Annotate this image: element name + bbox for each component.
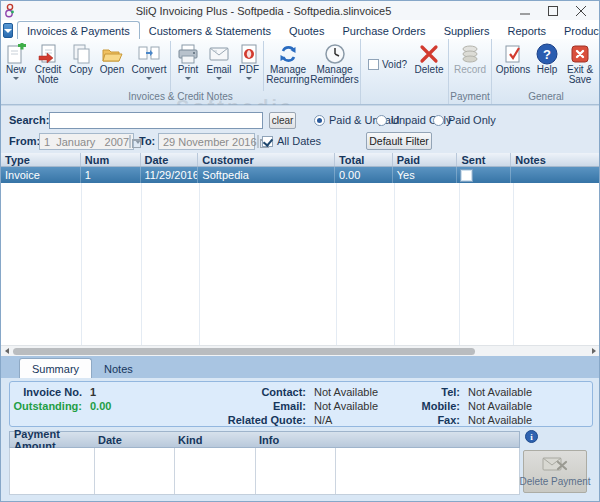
tab-products-discounts[interactable]: Products & Discounts: [555, 22, 600, 39]
column-header-info[interactable]: Info: [255, 434, 335, 446]
copy-button[interactable]: Copy: [66, 41, 96, 91]
maximize-button[interactable]: [539, 2, 567, 19]
cell-type: Invoice: [1, 167, 81, 183]
tab-suppliers[interactable]: Suppliers: [435, 22, 499, 39]
scrollbar-thumb[interactable]: [13, 348, 475, 355]
outstanding-label: Outstanding:: [10, 400, 90, 412]
column-header-num[interactable]: Num: [81, 153, 141, 166]
tel-label: Tel:: [416, 386, 468, 398]
cell-num: 1: [81, 167, 141, 183]
mobile-value: Not Available: [468, 400, 592, 412]
search-input[interactable]: [49, 112, 263, 129]
new-button[interactable]: New: [2, 41, 30, 91]
pdf-button[interactable]: PDF: [235, 41, 263, 91]
record-payment-button[interactable]: Record: [450, 41, 490, 91]
detail-tabstrip: Summary Notes: [1, 356, 599, 378]
clear-search-button[interactable]: clear: [269, 112, 296, 129]
grid-column-line: [336, 183, 337, 345]
tel-value: Not Available: [468, 386, 592, 398]
maximize-icon: [548, 6, 558, 16]
manage-reminders-button[interactable]: Manage Reminders: [310, 41, 359, 91]
delete-x-icon: [418, 42, 440, 65]
dropdown-arrow-icon: [13, 77, 19, 80]
coins-icon: [459, 42, 481, 65]
manage-recurring-button[interactable]: Manage Recurring: [263, 41, 310, 91]
convert-icon: [137, 42, 161, 65]
default-filter-button[interactable]: Default Filter: [366, 132, 432, 150]
tab-notes[interactable]: Notes: [92, 359, 145, 378]
mobile-label: Mobile:: [416, 400, 468, 412]
help-button[interactable]: ? Help: [533, 41, 561, 91]
ribbon: Softpedia New Credit Note Copy: [1, 39, 599, 105]
close-button[interactable]: [567, 2, 595, 19]
payments-table-header: Payment Amount Date Kind Info: [9, 431, 520, 448]
grid-column-line: [394, 183, 395, 345]
cell-sent: [457, 167, 511, 183]
application-menu-button[interactable]: [3, 23, 13, 38]
tab-reports[interactable]: Reports: [498, 22, 555, 39]
options-button[interactable]: Options: [493, 41, 533, 91]
from-date-picker[interactable]: 1 January 2007: [39, 133, 134, 150]
delete-button[interactable]: Delete: [411, 41, 447, 91]
horizontal-scrollbar[interactable]: [1, 345, 599, 356]
column-header-kind[interactable]: Kind: [174, 434, 255, 446]
cell-paid: Yes: [393, 167, 458, 183]
email-label: Email:: [202, 400, 314, 412]
options-icon: [502, 42, 524, 65]
exit-save-icon: [569, 42, 591, 65]
radio-paid-only[interactable]: Paid Only: [433, 114, 496, 126]
open-button[interactable]: Open: [96, 41, 128, 91]
column-header-sent[interactable]: Sent: [457, 153, 511, 166]
invoice-table-body[interactable]: [1, 183, 599, 345]
payments-column-line: [94, 448, 95, 494]
invoice-row-selected[interactable]: Invoice 1 11/29/2016 Softpedia 0.00 Yes: [1, 167, 599, 183]
payments-table-body[interactable]: [9, 448, 520, 495]
tab-invoices-payments[interactable]: Invoices & Payments: [17, 21, 140, 39]
summary-panel: Invoice No. 1 Contact: Not Available Tel…: [9, 381, 593, 427]
dropdown-arrow-icon: [146, 77, 152, 80]
grid-column-line: [199, 183, 200, 345]
chevron-down-icon: [4, 29, 12, 33]
exit-save-button[interactable]: Exit & Save: [561, 41, 599, 91]
to-label: To:: [139, 135, 155, 147]
column-header-customer[interactable]: Customer: [198, 153, 335, 166]
all-dates-checkbox[interactable]: All Dates: [262, 135, 321, 147]
tab-customers-statements[interactable]: Customers & Statements: [140, 22, 280, 39]
column-header-payment-date[interactable]: Date: [94, 434, 174, 446]
radio-icon: [376, 115, 387, 126]
filter-bar: Search: clear Paid & Unpaid Unpaid Only …: [1, 105, 599, 153]
related-quote-label: Related Quote:: [202, 414, 314, 426]
scroll-left-arrow[interactable]: [1, 346, 12, 357]
grid-column-line: [513, 183, 514, 345]
print-button[interactable]: Print: [170, 41, 203, 91]
tab-quotes[interactable]: Quotes: [280, 22, 333, 39]
column-header-notes[interactable]: Notes: [511, 153, 599, 166]
delete-payment-button[interactable]: Delete Payment: [523, 450, 587, 493]
scroll-right-arrow[interactable]: [588, 346, 599, 357]
new-invoice-icon: [5, 42, 27, 65]
info-icon[interactable]: i: [525, 430, 538, 445]
arrow-right-icon: [592, 348, 596, 354]
recurring-arrows-icon: [276, 42, 300, 65]
tab-summary[interactable]: Summary: [19, 358, 92, 378]
to-date-picker[interactable]: 29 November 2016: [158, 133, 255, 150]
tab-purchase-orders[interactable]: Purchase Orders: [333, 22, 434, 39]
column-header-total[interactable]: Total: [335, 153, 393, 166]
column-header-type[interactable]: Type: [1, 153, 81, 166]
window-controls: [511, 2, 595, 19]
credit-note-button[interactable]: Credit Note: [30, 41, 66, 91]
convert-button[interactable]: Convert: [128, 41, 170, 91]
column-header-date[interactable]: Date: [141, 153, 199, 166]
ribbon-group-invoices-credit-notes: New Credit Note Copy Open Convert: [1, 39, 361, 104]
email-value: Not Available: [314, 400, 416, 412]
close-icon: [576, 6, 586, 16]
fax-label: Fax:: [416, 414, 468, 426]
email-button[interactable]: Email: [203, 41, 235, 91]
ribbon-group-payment: Record Payment: [449, 39, 492, 104]
contact-label: Contact:: [202, 386, 314, 398]
minimize-button[interactable]: [511, 2, 539, 19]
column-header-paid[interactable]: Paid: [393, 153, 458, 166]
void-checkbox[interactable]: Void?: [368, 59, 407, 70]
related-quote-value: N/A: [314, 414, 416, 426]
sent-checkbox[interactable]: [461, 170, 472, 181]
